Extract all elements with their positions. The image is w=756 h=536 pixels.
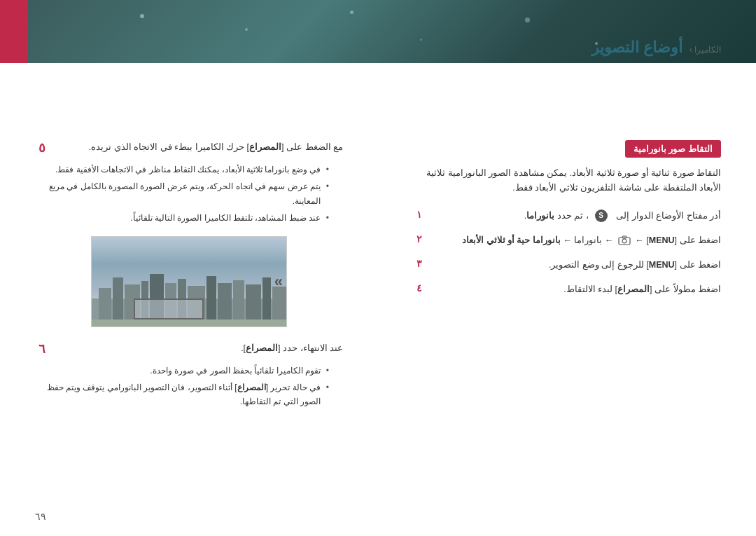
panorama-image: » [91,236,287,327]
svg-rect-6 [113,277,123,327]
bullet-item: يتم عرض سهم في اتجاه الحركة، ويتم عرض ال… [35,179,329,208]
svg-rect-17 [262,277,271,327]
right-column: التقاط صور بانورامية التقاط صورة ثنائية … [413,140,721,308]
bullet-item: في حالة تحرير [المصراع] أثناء التصوير، ف… [35,380,329,409]
panorama-highlight-box [134,298,204,319]
camera-icon [618,235,631,245]
panorama-arrow: » [274,273,283,291]
s-icon: S [595,209,608,222]
panorama-image-container: » [91,236,287,327]
step-4: ٤ اضغط مطولاً على [المصراع] لبدء الالتقا… [413,282,721,297]
star-decoration [245,28,248,31]
svg-rect-13 [206,276,216,327]
page-number: ٦٩ [35,511,46,522]
page-title: أوضاع التصوير [592,39,682,56]
step-5-bullets: في وضع بانوراما ثلاثية الأبعاد، يمكنك ال… [35,163,329,226]
step-6-bullets: تقوم الكاميرا تلقائياً بحفظ الصور في صور… [35,364,329,409]
step-3: ٣ اضغط على [MENU] للرجوع إلى وضع التصوير… [413,258,721,273]
star-decoration [350,11,354,14]
star-decoration [140,14,144,18]
bullet-item: في وضع بانوراما ثلاثية الأبعاد، يمكنك ال… [35,163,329,177]
top-bar-accent [0,0,28,63]
step-6: ٦ عند الانتهاء، حدد [المصراع]. [35,341,343,357]
breadcrumb: الكاميرا › أوضاع التصوير [592,39,721,57]
main-content: التقاط صور بانورامية التقاط صورة ثنائية … [0,63,756,536]
page-title-area: الكاميرا › أوضاع التصوير [592,39,721,57]
step-2: ٢ اضغط على [MENU] ← ← بانوراما ← بانورام… [413,233,721,248]
svg-rect-19 [92,319,287,327]
left-column: ٥ مع الضغط على [المصراع] حرك الكاميرا بب… [35,140,343,412]
step-5: ٥ مع الضغط على [المصراع] حرك الكاميرا بب… [35,140,343,156]
svg-point-1 [622,239,626,243]
step-1: ١ أدر مفتاح الأوضاع الدوار إلى S ، ثم حد… [413,209,721,224]
star-decoration [420,39,422,41]
bullet-item: تقوم الكاميرا تلقائياً بحفظ الصور في صور… [35,364,329,378]
bullet-item: عند ضبط المشاهد، تلتقط الكاميرا الصورة ا… [35,211,329,225]
step-6-section: ٦ عند الانتهاء، حدد [المصراع]. تقوم الكا… [35,341,343,409]
section-badge: التقاط صور بانورامية [625,140,721,158]
star-decoration [525,18,530,22]
intro-text: التقاط صورة ثنائية أو صورة ثلاثية الأبعا… [413,166,721,196]
